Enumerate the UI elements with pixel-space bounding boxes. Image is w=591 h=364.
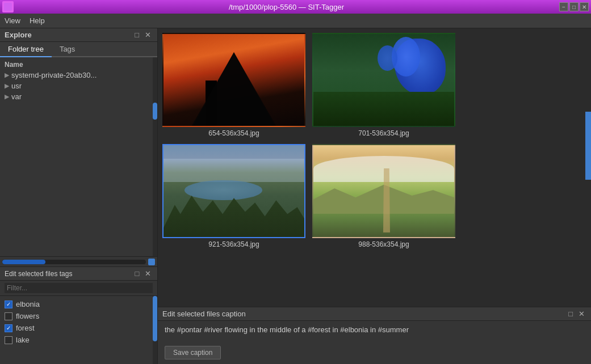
explore-minimize-btn[interactable]: □ [133,31,141,39]
tag-item-lake[interactable]: lake [0,334,153,346]
tags-panel: Edit selected files tags □ ✕ elbonia [0,266,157,364]
caption-close-btn[interactable]: ✕ [577,310,586,318]
tab-folder-tree[interactable]: Folder tree [0,42,52,57]
content-area: 654-536x354.jpg 701-536x354.jpg [158,28,591,364]
menubar: View Help [0,14,591,28]
tags-scroll-thumb[interactable] [153,296,157,341]
caption-header: Edit selected files caption □ ✕ [158,307,591,321]
tags-panel-title: Edit selected files tags [5,270,72,278]
tab-tags[interactable]: Tags [52,42,83,56]
menu-view[interactable]: View [5,16,20,25]
caption-panel: Edit selected files caption □ ✕ the #pon… [158,307,591,364]
tag-check-elbonia[interactable] [5,300,12,308]
img-thumb-654 [162,33,305,127]
tag-label-forest: forest [16,324,35,332]
progress-bg [2,260,146,264]
close-button[interactable]: ✕ [580,2,589,11]
tag-check-lake[interactable] [5,336,12,344]
titlebar: /tmp/1000/plop-5560 — SIT-Tagger − □ ✕ [0,0,591,14]
img-card-701[interactable]: 701-536x354.jpg [312,33,455,137]
tag-label-elbonia: elbonia [16,300,40,308]
grid-scroll-thumb[interactable] [585,112,591,180]
tags-close-btn[interactable]: ✕ [143,269,153,278]
window-title: /tmp/1000/plop-5560 — SIT-Tagger [14,3,559,11]
img-label-701: 701-536x354.jpg [358,129,409,137]
img-label-921: 921-536x354.jpg [208,240,259,248]
explore-close-btn[interactable]: ✕ [143,31,153,39]
tags-list: elbonia flowers forest lake [0,296,153,364]
tag-label-flowers: flowers [16,312,39,320]
tree-item-systemd[interactable]: ▶ systemd-private-20ab30... [0,70,153,81]
minimize-button[interactable]: − [559,2,568,11]
save-caption-button[interactable]: Save caption [165,346,221,359]
folder-tree-scroll-thumb[interactable] [153,103,157,120]
folder-tree-wrap: Name ▶ systemd-private-20ab30... ▶ usr ▶… [0,57,157,256]
tags-scrollbar[interactable] [153,296,157,364]
tags-filter-area [0,281,157,296]
main-area: Explore □ ✕ Folder tree Tags Name ▶ syst… [0,28,591,364]
svg-rect-0 [4,3,12,11]
folder-progress-bar [0,256,157,266]
tags-filter-input[interactable] [5,283,153,293]
img-thumb-701 [312,33,455,127]
tag-check-forest[interactable] [5,324,12,332]
img-card-654[interactable]: 654-536x354.jpg [162,33,305,137]
tag-item-forest[interactable]: forest [0,322,153,334]
progress-fill [2,260,45,264]
caption-controls: □ ✕ [567,310,586,318]
window-controls: − □ ✕ [559,2,589,11]
tree-arrow-var: ▶ [5,93,9,100]
img-card-921[interactable]: 921-536x354.jpg [162,144,305,248]
img-label-988: 988-536x354.jpg [358,240,409,248]
folder-tree: Name ▶ systemd-private-20ab30... ▶ usr ▶… [0,57,153,256]
app-icon [2,1,14,12]
tags-list-wrap: elbonia flowers forest lake [0,296,157,364]
tree-label-usr: usr [11,82,22,90]
explore-controls: □ ✕ [133,31,153,39]
tree-item-var[interactable]: ▶ var [0,91,153,102]
tag-check-flowers[interactable] [5,312,12,320]
explore-header: Explore □ ✕ [0,28,157,42]
tags-panel-controls: □ ✕ [133,269,153,278]
grid-scrollbar[interactable] [585,28,591,307]
img-label-654: 654-536x354.jpg [208,129,259,137]
img-thumb-921 [162,144,305,238]
tags-minimize-btn[interactable]: □ [133,269,141,278]
tag-label-lake: lake [16,336,30,344]
explore-title: Explore [5,31,32,39]
tree-label-systemd: systemd-private-20ab30... [11,71,97,79]
caption-minimize-btn[interactable]: □ [567,310,575,318]
folder-tree-scrollbar[interactable] [153,57,157,256]
tree-arrow-usr: ▶ [5,82,9,90]
image-grid-inner: 654-536x354.jpg 701-536x354.jpg [158,28,585,307]
menu-help[interactable]: Help [30,16,45,25]
image-grid: 654-536x354.jpg 701-536x354.jpg [158,28,591,307]
maximize-button[interactable]: □ [569,2,579,11]
folder-tabs: Folder tree Tags [0,42,157,57]
tree-arrow-systemd: ▶ [5,71,9,79]
tags-panel-header: Edit selected files tags □ ✕ [0,267,157,281]
progress-right-indicator [148,259,155,265]
tree-label-var: var [11,92,22,101]
caption-text: the #pontar #river flowing in the middle… [158,321,591,344]
tree-name-header: Name [0,60,153,70]
caption-title: Edit selected files caption [162,310,246,318]
tree-item-usr[interactable]: ▶ usr [0,81,153,91]
tag-item-flowers[interactable]: flowers [0,310,153,322]
img-thumb-988 [312,144,455,238]
img-card-988[interactable]: 988-536x354.jpg [312,144,455,248]
tag-item-elbonia[interactable]: elbonia [0,298,153,310]
left-panel: Explore □ ✕ Folder tree Tags Name ▶ syst… [0,28,158,364]
